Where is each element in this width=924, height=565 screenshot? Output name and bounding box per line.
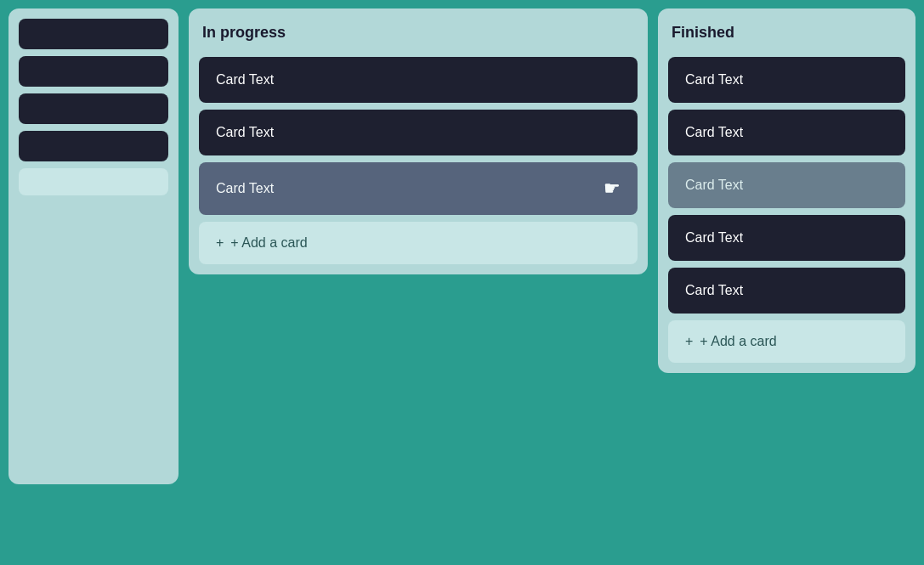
cards-area-middle: Card Text Card Text Card Text ☛ bbox=[199, 57, 638, 215]
card-middle-2[interactable]: Card Text bbox=[199, 110, 638, 155]
card-middle-1[interactable]: Card Text bbox=[199, 57, 638, 103]
kanban-board: In progress Card Text Card Text Card Tex… bbox=[9, 8, 915, 557]
card-right-4[interactable]: Card Text bbox=[668, 215, 905, 261]
column-finished-header: Finished bbox=[668, 19, 905, 50]
add-card-middle-button[interactable]: + + Add a card bbox=[199, 222, 638, 264]
column-left bbox=[9, 8, 179, 484]
card-left-4[interactable] bbox=[19, 131, 168, 161]
card-left-2[interactable] bbox=[19, 56, 168, 87]
card-middle-dragging[interactable]: Card Text ☛ bbox=[199, 162, 638, 215]
card-right-1[interactable]: Card Text bbox=[668, 57, 905, 103]
card-left-1[interactable] bbox=[19, 19, 168, 49]
column-in-progress-header: In progress bbox=[199, 19, 638, 50]
column-in-progress: In progress Card Text Card Text Card Tex… bbox=[189, 8, 648, 274]
add-card-left-button[interactable] bbox=[19, 168, 168, 195]
card-right-2[interactable]: Card Text bbox=[668, 110, 905, 155]
card-right-5[interactable]: Card Text bbox=[668, 268, 905, 314]
plus-icon: + bbox=[216, 235, 224, 251]
card-left-3[interactable] bbox=[19, 93, 168, 124]
add-card-right-button[interactable]: + + Add a card bbox=[668, 320, 905, 363]
card-right-ghost[interactable]: Card Text bbox=[668, 162, 905, 208]
plus-icon-right: + bbox=[685, 334, 693, 349]
column-finished: Finished Card Text Card Text Card Text C… bbox=[658, 8, 915, 373]
grab-cursor-icon: ☛ bbox=[604, 178, 621, 200]
